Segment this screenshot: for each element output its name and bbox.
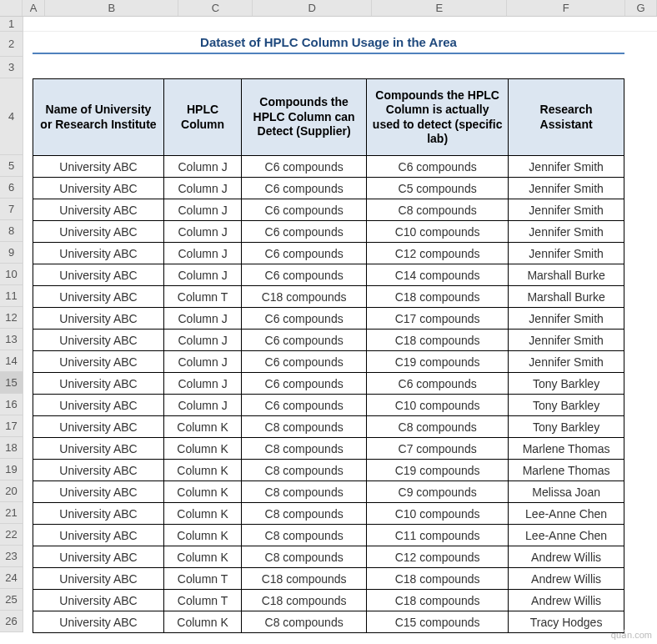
- row-header-13[interactable]: 13: [0, 329, 23, 350]
- cell[interactable]: University ABC: [33, 330, 164, 351]
- cell[interactable]: Column T: [163, 286, 241, 308]
- cell[interactable]: C8 compounds: [242, 438, 367, 460]
- cell[interactable]: C6 compounds: [242, 243, 367, 264]
- cell[interactable]: C10 compounds: [367, 503, 509, 525]
- cell[interactable]: Column T: [163, 590, 241, 611]
- cell[interactable]: C14 compounds: [367, 264, 509, 286]
- cell[interactable]: University ABC: [33, 221, 164, 243]
- column-header-B[interactable]: B: [45, 0, 178, 16]
- cell[interactable]: C18 compounds: [367, 590, 509, 611]
- row-header-12[interactable]: 12: [0, 307, 23, 329]
- cell[interactable]: Column K: [163, 525, 241, 546]
- row-header-10[interactable]: 10: [0, 264, 23, 285]
- select-all-corner[interactable]: [0, 0, 23, 16]
- row-header-6[interactable]: 6: [0, 177, 23, 199]
- cell[interactable]: C8 compounds: [242, 503, 367, 525]
- cell[interactable]: Column K: [163, 481, 241, 503]
- row-header-25[interactable]: 25: [0, 589, 23, 611]
- cell[interactable]: C18 compounds: [242, 286, 367, 308]
- cell[interactable]: University ABC: [33, 416, 164, 438]
- cell[interactable]: C6 compounds: [242, 395, 367, 416]
- row-header-14[interactable]: 14: [0, 350, 23, 372]
- cell[interactable]: Andrew Willis: [509, 546, 624, 568]
- cell[interactable]: Lee-Anne Chen: [509, 525, 624, 546]
- cell[interactable]: C6 compounds: [242, 308, 367, 330]
- cell[interactable]: Marlene Thomas: [509, 438, 624, 460]
- row-header-22[interactable]: 22: [0, 524, 23, 546]
- cell[interactable]: Column J: [163, 351, 241, 373]
- cell[interactable]: Jennifer Smith: [509, 308, 624, 330]
- cell[interactable]: C19 compounds: [367, 351, 509, 373]
- row-header-2[interactable]: 2: [0, 32, 23, 57]
- row-header-1[interactable]: 1: [0, 17, 23, 32]
- cell[interactable]: University ABC: [33, 286, 164, 308]
- cell[interactable]: Column K: [163, 546, 241, 568]
- cell[interactable]: C8 compounds: [242, 611, 367, 633]
- cell[interactable]: University ABC: [33, 264, 164, 286]
- cell[interactable]: Tony Barkley: [509, 416, 624, 438]
- cell[interactable]: C11 compounds: [367, 525, 509, 546]
- cell[interactable]: University ABC: [33, 438, 164, 460]
- cell[interactable]: Column K: [163, 611, 241, 633]
- cell[interactable]: University ABC: [33, 546, 164, 568]
- cell[interactable]: C17 compounds: [367, 308, 509, 330]
- header-compounds-lab[interactable]: Compounds the HPLC Column is actually us…: [367, 79, 509, 156]
- cell[interactable]: University ABC: [33, 525, 164, 546]
- cell[interactable]: Column J: [163, 373, 241, 395]
- cell[interactable]: Column J: [163, 199, 241, 221]
- cell[interactable]: Tracy Hodges: [509, 611, 624, 633]
- cell[interactable]: Tony Barkley: [509, 395, 624, 416]
- cell[interactable]: Column J: [163, 395, 241, 416]
- cell[interactable]: Column J: [163, 243, 241, 264]
- row-header-3[interactable]: 3: [0, 57, 23, 78]
- cell[interactable]: Jennifer Smith: [509, 243, 624, 264]
- cell[interactable]: University ABC: [33, 243, 164, 264]
- column-header-D[interactable]: D: [253, 0, 372, 16]
- row-header-21[interactable]: 21: [0, 502, 23, 524]
- cell[interactable]: C18 compounds: [367, 330, 509, 351]
- cell[interactable]: Column T: [163, 568, 241, 590]
- cell[interactable]: C5 compounds: [367, 178, 509, 199]
- cell[interactable]: C8 compounds: [242, 525, 367, 546]
- cell[interactable]: Column J: [163, 330, 241, 351]
- cell[interactable]: C18 compounds: [367, 568, 509, 590]
- column-header-F[interactable]: F: [507, 0, 625, 16]
- cell[interactable]: Tony Barkley: [509, 373, 624, 395]
- row-header-26[interactable]: 26: [0, 611, 23, 632]
- column-header-G[interactable]: G: [625, 0, 657, 16]
- cell[interactable]: University ABC: [33, 178, 164, 199]
- cell[interactable]: C9 compounds: [367, 481, 509, 503]
- cell[interactable]: University ABC: [33, 395, 164, 416]
- cell[interactable]: Column K: [163, 438, 241, 460]
- column-header-E[interactable]: E: [372, 0, 507, 16]
- cell[interactable]: University ABC: [33, 156, 164, 178]
- cell[interactable]: Lee-Anne Chen: [509, 503, 624, 525]
- cell[interactable]: University ABC: [33, 460, 164, 481]
- cell[interactable]: C6 compounds: [242, 264, 367, 286]
- row-header-18[interactable]: 18: [0, 437, 23, 459]
- cell[interactable]: C6 compounds: [367, 373, 509, 395]
- cell[interactable]: Column J: [163, 156, 241, 178]
- row-header-20[interactable]: 20: [0, 480, 23, 502]
- cell[interactable]: Marshall Burke: [509, 286, 624, 308]
- cell[interactable]: University ABC: [33, 351, 164, 373]
- cell[interactable]: Column J: [163, 178, 241, 199]
- cell[interactable]: University ABC: [33, 568, 164, 590]
- cell[interactable]: C6 compounds: [242, 351, 367, 373]
- row-header-4[interactable]: 4: [0, 78, 23, 155]
- cell[interactable]: Jennifer Smith: [509, 221, 624, 243]
- row-header-19[interactable]: 19: [0, 459, 23, 480]
- cell[interactable]: Melissa Joan: [509, 481, 624, 503]
- cell[interactable]: University ABC: [33, 503, 164, 525]
- cell[interactable]: Andrew Willis: [509, 590, 624, 611]
- cell[interactable]: C18 compounds: [242, 590, 367, 611]
- cell[interactable]: C6 compounds: [242, 156, 367, 178]
- header-university[interactable]: Name of University or Research Institute: [33, 79, 164, 156]
- cell[interactable]: Marshall Burke: [509, 264, 624, 286]
- cell[interactable]: University ABC: [33, 590, 164, 611]
- cell[interactable]: University ABC: [33, 481, 164, 503]
- cell[interactable]: C8 compounds: [242, 460, 367, 481]
- cell[interactable]: C6 compounds: [242, 221, 367, 243]
- header-hplc-column[interactable]: HPLC Column: [163, 79, 241, 156]
- row-header-24[interactable]: 24: [0, 567, 23, 589]
